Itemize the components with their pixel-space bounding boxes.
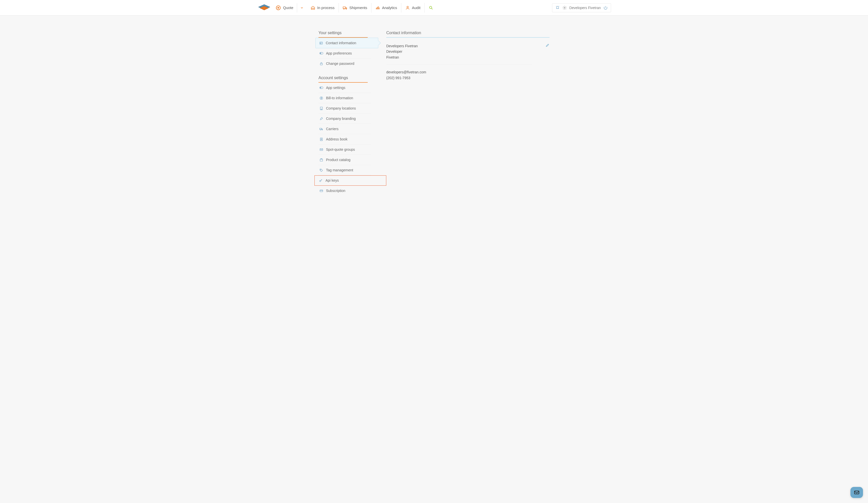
- truck-icon: [343, 6, 347, 10]
- search-icon: [429, 6, 433, 10]
- bar-chart-icon: [375, 6, 380, 10]
- svg-rect-4: [343, 7, 345, 9]
- svg-point-6: [346, 9, 347, 9]
- svg-rect-31: [320, 128, 322, 130]
- svg-rect-10: [379, 7, 379, 9]
- svg-rect-41: [320, 190, 323, 192]
- svg-line-13: [432, 8, 433, 9]
- power-icon[interactable]: [603, 6, 608, 10]
- nav-search[interactable]: [424, 3, 437, 12]
- svg-point-16: [320, 42, 321, 43]
- truck-icon: [320, 127, 323, 131]
- svg-rect-9: [378, 6, 379, 9]
- sidebar-item-label: Product catalog: [326, 158, 350, 162]
- nav-quote-dropdown[interactable]: [297, 3, 307, 12]
- warehouse-icon: [311, 6, 315, 10]
- address-book-icon: [320, 137, 323, 141]
- sidebar-item-label: Api keys: [326, 178, 339, 182]
- arrow-right-circle-icon: [276, 5, 281, 11]
- key-icon: [319, 179, 323, 182]
- svg-point-14: [564, 7, 565, 8]
- pencil-icon: [546, 43, 549, 47]
- svg-rect-7: [376, 8, 376, 9]
- bell-icon[interactable]: [555, 6, 560, 10]
- page-title: Contact information: [386, 31, 549, 38]
- sidebar-item-contact-information[interactable]: Contact information: [316, 38, 378, 48]
- sidebar-item-change-password[interactable]: Change password: [319, 59, 371, 69]
- user-menu[interactable]: Developers Fivetran: [552, 3, 611, 12]
- svg-point-40: [320, 180, 321, 182]
- box-icon: [320, 158, 323, 162]
- sidebar-item-label: Tag management: [326, 168, 353, 172]
- edit-button[interactable]: [546, 43, 549, 47]
- sidebar-item-label: App settings: [326, 86, 345, 90]
- nav-audit-label: Audit: [412, 6, 421, 10]
- svg-point-20: [320, 53, 321, 54]
- card-icon: [320, 189, 323, 193]
- sidebar-item-bill-to-information[interactable]: Bill-to information: [319, 93, 371, 103]
- svg-point-5: [344, 9, 344, 9]
- nav-in-process-label: In process: [317, 6, 334, 10]
- sidebar-item-label: Address book: [326, 137, 348, 141]
- sidebar-item-product-catalog[interactable]: Product catalog: [319, 155, 371, 165]
- brush-icon: [320, 117, 323, 121]
- contact-phone: (202) 991-7953: [386, 75, 549, 81]
- contact-card: Developers Fivetran Developer Fivetran d…: [386, 43, 549, 81]
- sidebar-item-label: Carriers: [326, 127, 339, 131]
- sidebar-item-label: Bill-to information: [326, 96, 353, 100]
- chevron-down-icon: [300, 6, 304, 10]
- svg-rect-8: [377, 7, 378, 9]
- sidebar-item-label: Contact information: [326, 41, 356, 45]
- sidebar-item-label: Change password: [326, 62, 354, 65]
- svg-point-23: [320, 87, 321, 89]
- sidebar-item-address-book[interactable]: Address book: [319, 134, 371, 144]
- svg-rect-30: [321, 109, 322, 110]
- svg-point-12: [430, 6, 432, 9]
- nav-shipments[interactable]: Shipments: [339, 3, 371, 12]
- contact-name: Developers Fivetran: [386, 43, 532, 49]
- sidebar-item-subscription[interactable]: Subscription: [319, 186, 371, 196]
- nav-analytics[interactable]: Analytics: [371, 3, 401, 12]
- svg-point-32: [320, 130, 321, 130]
- sidebar-item-carriers[interactable]: Carriers: [319, 124, 371, 134]
- user-name: Developers Fivetran: [569, 6, 601, 10]
- sidebar-item-api-keys[interactable]: Api keys: [314, 175, 386, 186]
- sidebar-item-app-preferences[interactable]: App preferences: [319, 48, 371, 59]
- contact-company: Fivetran: [386, 54, 532, 60]
- app-logo[interactable]: [257, 3, 271, 12]
- gear-icon[interactable]: [562, 6, 567, 10]
- svg-point-39: [320, 170, 321, 170]
- account-settings-heading: Account settings: [319, 76, 368, 83]
- tag-icon: [320, 168, 323, 172]
- building-icon: [320, 106, 323, 110]
- sidebar-item-spot-quote-groups[interactable]: Spot-quote groups: [319, 144, 371, 155]
- nav-quote[interactable]: Quote: [276, 5, 297, 11]
- svg-point-33: [322, 130, 322, 130]
- svg-point-11: [407, 6, 409, 8]
- nav-quote-label: Quote: [283, 6, 293, 10]
- contact-role: Developer: [386, 49, 532, 54]
- your-settings-heading: Your settings: [319, 31, 368, 38]
- sidebar-item-label: Company locations: [326, 106, 356, 110]
- sidebar-item-app-settings[interactable]: App settings: [319, 83, 371, 93]
- svg-rect-25: [320, 107, 322, 110]
- sidebar-item-tag-management[interactable]: Tag management: [319, 165, 371, 175]
- toggle-icon: [320, 52, 323, 55]
- toggle-icon: [320, 86, 323, 89]
- sidebar-item-label: Subscription: [326, 189, 345, 193]
- id-card-icon: [319, 41, 323, 45]
- lock-icon: [320, 62, 323, 65]
- dollar-icon: [320, 96, 323, 100]
- sidebar-item-company-locations[interactable]: Company locations: [319, 103, 371, 114]
- nav-in-process[interactable]: In process: [307, 3, 339, 12]
- envelope-icon: [320, 148, 323, 152]
- svg-rect-21: [320, 63, 322, 65]
- person-icon: [405, 6, 410, 10]
- nav-audit[interactable]: Audit: [401, 3, 424, 12]
- sidebar-item-label: Spot-quote groups: [326, 147, 355, 152]
- sidebar-item-label: App preferences: [326, 51, 352, 55]
- nav-analytics-label: Analytics: [382, 6, 397, 10]
- nav-shipments-label: Shipments: [349, 6, 367, 10]
- contact-email: developers@fivetran.com: [386, 69, 549, 75]
- sidebar-item-company-branding[interactable]: Company branding: [319, 114, 371, 124]
